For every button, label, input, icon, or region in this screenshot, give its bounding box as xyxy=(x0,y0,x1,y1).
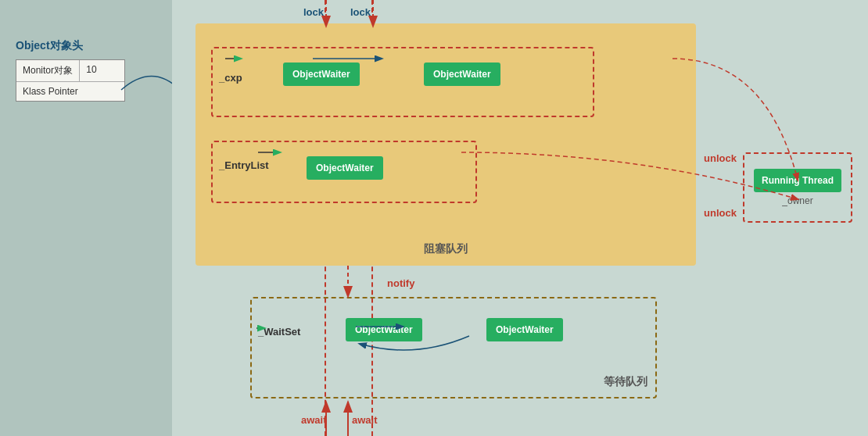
unlock-label-1: unlock xyxy=(704,152,737,164)
waiting-queue-label: 等待队列 xyxy=(604,375,647,389)
left-panel: Object对象头 Monitor对象 10 Klass Pointer xyxy=(0,0,172,436)
running-thread-label: Running Thread xyxy=(754,169,841,192)
entrylist-dashed-box: _EntryList ObjectWaiter xyxy=(211,141,477,203)
lock-label-2: lock xyxy=(350,6,371,18)
klass-row: Klass Pointer xyxy=(16,82,124,101)
lock-label-1: lock xyxy=(303,6,324,18)
blocking-queue-label: 阻塞队列 xyxy=(424,242,468,256)
objectwaiter-waitset-2: ObjectWaiter xyxy=(486,318,563,341)
monitor-label: Monitor对象 xyxy=(16,60,80,81)
owner-label: _owner xyxy=(782,195,812,206)
object-header-box: Monitor对象 10 Klass Pointer xyxy=(16,59,125,102)
await-label-2: await xyxy=(352,414,378,426)
await-label-1: await xyxy=(301,414,327,426)
unlock-label-2: unlock xyxy=(704,207,737,219)
objectwaiter-cxp-2: ObjectWaiter xyxy=(424,63,500,86)
waiting-area: _WaitSet ObjectWaiter ObjectWaiter 等待队列 xyxy=(250,297,657,398)
object-header-title: Object对象头 xyxy=(16,39,83,53)
monitor-row: Monitor对象 10 xyxy=(16,60,124,82)
monitor-value: 10 xyxy=(80,60,103,81)
running-thread-box: Running Thread _owner xyxy=(743,152,852,223)
entrylist-label: _EntryList xyxy=(219,159,269,171)
cxp-label: _cxp xyxy=(219,72,242,84)
cxp-dashed-box: _cxp ObjectWaiter ObjectWaiter xyxy=(211,47,594,117)
blocking-area: _cxp ObjectWaiter ObjectWaiter _EntryLis… xyxy=(195,23,696,266)
objectwaiter-cxp-1: ObjectWaiter xyxy=(283,63,360,86)
waitset-label: _WaitSet xyxy=(258,326,300,338)
klass-label: Klass Pointer xyxy=(16,82,124,101)
notify-label: notify xyxy=(387,277,414,289)
objectwaiter-entrylist: ObjectWaiter xyxy=(307,156,383,180)
objectwaiter-waitset-1: ObjectWaiter xyxy=(346,318,422,341)
main-area: lock lock _cxp ObjectWaiter ObjectWaiter… xyxy=(172,0,868,436)
